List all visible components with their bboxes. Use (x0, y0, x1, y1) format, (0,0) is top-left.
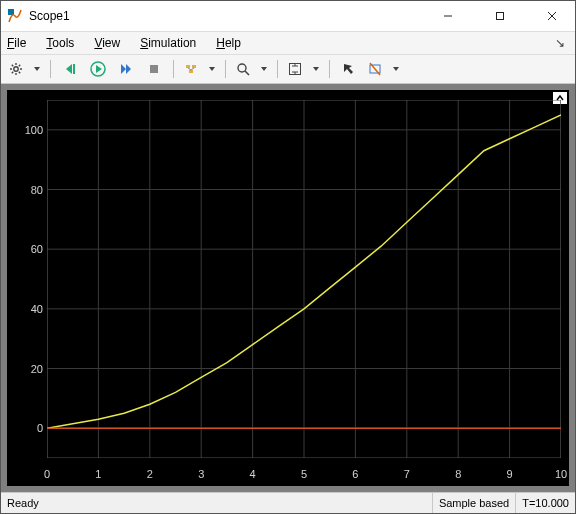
cursor-measure-icon (342, 62, 356, 76)
run-icon (90, 61, 106, 77)
settings-button[interactable] (5, 57, 44, 81)
y-tick-label: 60 (13, 243, 43, 255)
gear-icon (9, 62, 23, 76)
menu-view-label: iew (102, 36, 120, 50)
signal-selector-icon (184, 62, 198, 76)
close-button[interactable] (529, 1, 575, 31)
cursor-measure-button[interactable] (336, 57, 362, 81)
menu-help-label: elp (225, 36, 241, 50)
x-tick-label: 9 (507, 468, 513, 480)
app-icon (7, 8, 23, 24)
menubar-anchor-icon[interactable]: ↘ (555, 36, 571, 50)
menu-tools-label: ools (52, 36, 74, 50)
svg-rect-20 (150, 65, 158, 73)
svg-rect-15 (73, 64, 75, 74)
status-time: T=10.000 (516, 493, 575, 513)
svg-marker-19 (126, 64, 131, 74)
stop-button[interactable] (141, 57, 167, 81)
step-forward-button[interactable] (113, 57, 139, 81)
stop-icon (147, 62, 161, 76)
x-tick-label: 4 (250, 468, 256, 480)
svg-rect-2 (497, 13, 504, 20)
menu-file[interactable]: File (5, 36, 28, 50)
svg-line-27 (245, 71, 249, 75)
svg-marker-33 (344, 64, 353, 74)
svg-marker-14 (66, 64, 72, 74)
x-tick-label: 1 (95, 468, 101, 480)
x-tick-label: 6 (352, 468, 358, 480)
signal-selector-button[interactable] (180, 57, 219, 81)
window-title: Scope1 (29, 9, 70, 23)
minimize-button[interactable] (425, 1, 471, 31)
menu-simulation[interactable]: Simulation (138, 36, 198, 50)
step-back-button[interactable] (57, 57, 83, 81)
svg-marker-17 (96, 65, 102, 73)
autoscale-icon (288, 62, 302, 76)
svg-line-11 (19, 72, 20, 73)
menu-tools[interactable]: Tools (44, 36, 76, 50)
menu-file-label: ile (14, 36, 26, 50)
zoom-button[interactable] (232, 57, 271, 81)
x-tick-label: 3 (198, 468, 204, 480)
maximize-button[interactable] (477, 1, 523, 31)
menu-view[interactable]: View (92, 36, 122, 50)
triggers-button[interactable] (364, 57, 403, 81)
autoscale-button[interactable] (284, 57, 323, 81)
zoom-icon (236, 62, 250, 76)
svg-line-10 (12, 65, 13, 66)
svg-line-12 (19, 65, 20, 66)
svg-line-13 (12, 72, 13, 73)
x-tick-label: 10 (555, 468, 567, 480)
svg-marker-18 (121, 64, 126, 74)
svg-rect-22 (192, 65, 196, 68)
scope-plot-area[interactable]: 020406080100012345678910 (1, 84, 575, 492)
y-tick-label: 100 (13, 124, 43, 136)
svg-rect-21 (186, 65, 190, 68)
svg-rect-0 (8, 9, 14, 15)
status-mode: Sample based (433, 493, 516, 513)
y-tick-label: 80 (13, 184, 43, 196)
svg-line-25 (191, 68, 194, 70)
svg-rect-23 (189, 70, 193, 73)
x-tick-label: 2 (147, 468, 153, 480)
triggers-icon (368, 62, 382, 76)
menu-help[interactable]: Help (214, 36, 243, 50)
step-forward-icon (119, 62, 133, 76)
x-tick-label: 8 (455, 468, 461, 480)
svg-line-24 (188, 68, 191, 70)
svg-point-5 (14, 67, 18, 71)
status-ready: Ready (1, 493, 433, 513)
x-tick-label: 7 (404, 468, 410, 480)
menu-simulation-label: imulation (148, 36, 196, 50)
x-tick-label: 0 (44, 468, 50, 480)
y-tick-label: 40 (13, 303, 43, 315)
run-button[interactable] (85, 57, 111, 81)
y-tick-label: 20 (13, 363, 43, 375)
step-back-icon (63, 62, 77, 76)
y-tick-label: 0 (13, 422, 43, 434)
svg-point-26 (238, 64, 246, 72)
x-tick-label: 5 (301, 468, 307, 480)
